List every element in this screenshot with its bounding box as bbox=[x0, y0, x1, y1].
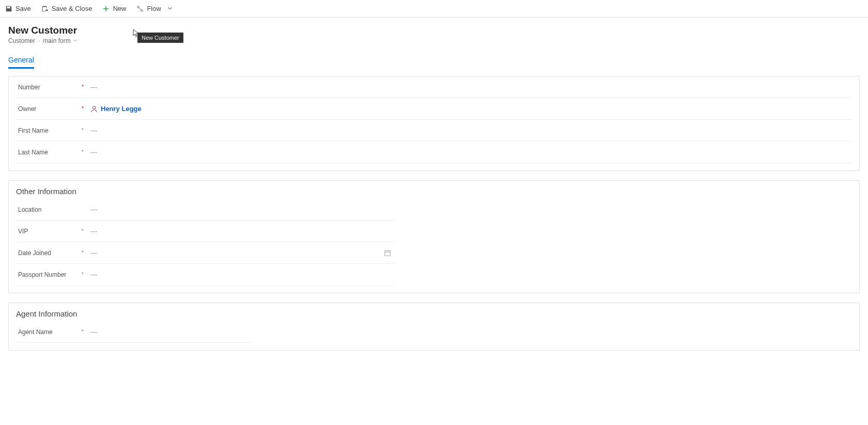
form-area: Number --- Owner Henry Legge bbox=[0, 69, 868, 370]
location-label: Location bbox=[16, 206, 78, 213]
field-date-joined: Date Joined --- bbox=[16, 242, 394, 264]
first-name-value: --- bbox=[90, 127, 97, 134]
required-indicator bbox=[78, 271, 87, 278]
tab-bar: General bbox=[0, 52, 868, 69]
other-field-list: Location --- VIP --- Date Joined --- bbox=[9, 199, 401, 293]
last-name-label: Last Name bbox=[16, 149, 78, 156]
command-bar: Save Save & Close New Flow bbox=[0, 0, 868, 18]
field-agent-name: Agent Name --- bbox=[16, 321, 255, 343]
save-icon bbox=[5, 5, 12, 12]
number-value: --- bbox=[90, 83, 97, 91]
date-joined-value: --- bbox=[90, 249, 97, 257]
agent-information-title: Agent Information bbox=[9, 303, 859, 321]
field-first-name: First Name --- bbox=[16, 120, 852, 141]
breadcrumb-separator: · bbox=[38, 37, 40, 44]
first-name-label: First Name bbox=[16, 127, 78, 134]
svg-rect-3 bbox=[385, 250, 391, 256]
section-agent-information: Agent Information Agent Name --- bbox=[8, 303, 860, 351]
required-indicator bbox=[78, 227, 87, 235]
other-information-title: Other Information bbox=[9, 181, 859, 199]
svg-point-2 bbox=[92, 106, 95, 108]
flow-label: Flow bbox=[147, 5, 161, 12]
required-indicator bbox=[78, 127, 87, 134]
section-main: Number --- Owner Henry Legge bbox=[8, 76, 860, 171]
entity-label: Customer bbox=[8, 37, 35, 44]
required-indicator bbox=[78, 105, 87, 113]
page-title: New Customer bbox=[8, 25, 860, 36]
last-name-input[interactable]: --- bbox=[87, 145, 852, 160]
required-indicator bbox=[78, 328, 87, 336]
field-vip: VIP --- bbox=[16, 221, 394, 242]
person-icon bbox=[90, 105, 98, 113]
field-number: Number --- bbox=[16, 76, 852, 98]
owner-input[interactable]: Henry Legge bbox=[87, 102, 852, 116]
required-indicator bbox=[78, 83, 87, 91]
required-indicator bbox=[78, 148, 87, 156]
flow-button[interactable]: Flow bbox=[135, 3, 173, 14]
first-name-input[interactable]: --- bbox=[87, 123, 852, 138]
field-owner: Owner Henry Legge bbox=[16, 98, 852, 120]
save-close-button[interactable]: Save & Close bbox=[40, 3, 94, 14]
location-value: --- bbox=[90, 206, 97, 213]
passport-number-input[interactable]: --- bbox=[87, 267, 394, 282]
save-button[interactable]: Save bbox=[4, 3, 32, 14]
date-joined-label: Date Joined bbox=[16, 249, 78, 257]
location-input[interactable]: --- bbox=[87, 202, 394, 217]
passport-number-label: Passport Number bbox=[16, 271, 78, 278]
required-indicator bbox=[78, 249, 87, 257]
new-label: New bbox=[113, 5, 126, 12]
agent-name-value: --- bbox=[90, 328, 97, 336]
passport-number-value: --- bbox=[90, 271, 97, 278]
save-close-label: Save & Close bbox=[52, 5, 92, 12]
section-other-information: Other Information Location --- VIP --- D… bbox=[8, 180, 860, 293]
tab-general[interactable]: General bbox=[8, 52, 34, 69]
agent-field-list: Agent Name --- bbox=[9, 321, 262, 350]
number-label: Number bbox=[16, 84, 78, 91]
vip-value: --- bbox=[90, 227, 97, 235]
new-button[interactable]: New bbox=[101, 3, 127, 14]
chevron-down-icon bbox=[167, 5, 173, 12]
last-name-value: --- bbox=[90, 148, 97, 156]
owner-chip[interactable]: Henry Legge bbox=[90, 105, 142, 113]
vertical-scrollbar[interactable] bbox=[862, 18, 868, 425]
flow-icon bbox=[136, 5, 144, 12]
agent-name-label: Agent Name bbox=[16, 328, 78, 336]
page-header: New Customer Customer · main form New Cu… bbox=[0, 18, 868, 48]
number-input[interactable]: --- bbox=[87, 80, 852, 95]
form-selector[interactable]: main form bbox=[43, 37, 77, 44]
field-passport-number: Passport Number --- bbox=[16, 264, 394, 286]
breadcrumb: Customer · main form bbox=[8, 37, 860, 44]
field-location: Location --- bbox=[16, 199, 394, 221]
owner-name: Henry Legge bbox=[101, 105, 142, 113]
vip-label: VIP bbox=[16, 228, 78, 235]
tooltip: New Customer bbox=[137, 33, 183, 43]
chevron-down-icon bbox=[73, 37, 78, 44]
agent-name-input[interactable]: --- bbox=[87, 325, 255, 339]
save-label: Save bbox=[16, 5, 31, 12]
owner-label: Owner bbox=[16, 105, 78, 113]
form-name: main form bbox=[43, 37, 70, 44]
plus-icon bbox=[102, 5, 110, 12]
field-last-name: Last Name --- bbox=[16, 141, 852, 163]
date-joined-input[interactable]: --- bbox=[87, 246, 394, 260]
vip-input[interactable]: --- bbox=[87, 224, 394, 239]
main-field-list: Number --- Owner Henry Legge bbox=[9, 76, 859, 170]
calendar-icon[interactable] bbox=[384, 249, 391, 257]
save-close-icon bbox=[41, 5, 49, 12]
